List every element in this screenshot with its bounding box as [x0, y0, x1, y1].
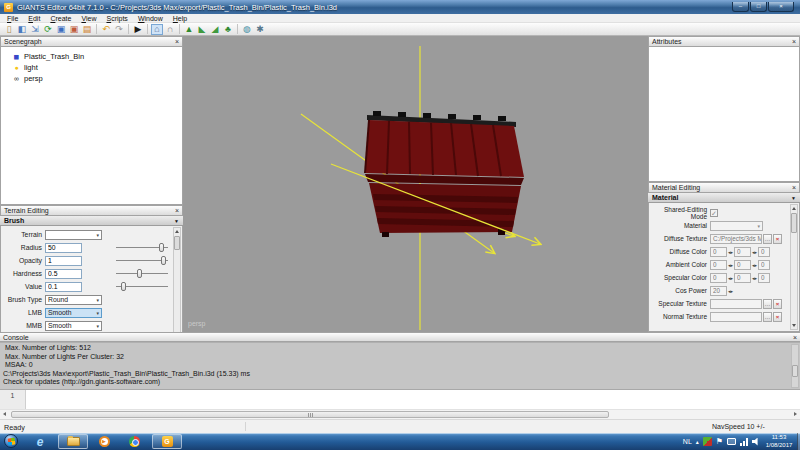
value-slider[interactable] — [116, 282, 168, 291]
scroll-left-icon[interactable] — [3, 412, 6, 416]
display-icon[interactable] — [727, 438, 736, 445]
material-section-title[interactable]: Material — [652, 194, 678, 201]
taskbar-media-player[interactable]: ▶ — [90, 434, 118, 449]
foliage-paint-icon[interactable]: ♣ — [222, 24, 234, 35]
close-icon[interactable]: × — [175, 207, 179, 214]
specular-b-input[interactable] — [758, 273, 770, 283]
remove-texture-button[interactable]: × — [773, 234, 782, 244]
terrain-scrollbar[interactable] — [173, 227, 181, 340]
redo-icon[interactable]: ↷ — [113, 24, 125, 35]
open-folder-icon[interactable]: ◧ — [16, 24, 28, 35]
menu-edit[interactable]: Edit — [23, 14, 45, 23]
tray-app-icon[interactable] — [703, 437, 712, 446]
horizontal-scrollbar[interactable] — [0, 409, 800, 419]
spinner-icon[interactable]: ◂▸ — [727, 288, 734, 294]
trash-bin-model[interactable] — [365, 111, 524, 237]
scroll-right-icon[interactable] — [794, 412, 797, 416]
hardness-slider[interactable] — [116, 269, 168, 278]
material-dropdown[interactable]: ▾ — [710, 221, 763, 231]
terrain-dropdown[interactable]: ▾ — [45, 230, 102, 240]
play-icon[interactable]: ▶ — [132, 24, 144, 35]
ambient-g-input[interactable] — [734, 260, 751, 270]
ambient-b-input[interactable] — [758, 260, 770, 270]
spinner-icon[interactable]: ◂▸ — [727, 249, 734, 255]
lmb-dropdown[interactable]: Smooth ▾ — [45, 308, 102, 318]
minimize-button[interactable]: – — [732, 2, 749, 12]
viewport-3d[interactable]: persp — [183, 36, 648, 332]
opacity-input[interactable] — [45, 256, 82, 266]
brush-section-title[interactable]: Brush — [4, 217, 24, 224]
script-editor-line[interactable]: 1 — [0, 389, 800, 409]
slider-thumb[interactable] — [159, 243, 164, 252]
cos-power-input[interactable] — [710, 286, 727, 296]
scrollbar-thumb[interactable] — [791, 213, 797, 233]
slider-thumb[interactable] — [161, 256, 166, 265]
settings-icon[interactable]: ✱ — [254, 24, 266, 35]
hardness-input[interactable] — [45, 269, 82, 279]
material-scrollbar[interactable] — [790, 204, 798, 330]
browse-button[interactable]: … — [763, 312, 772, 322]
scenegraph-node-plastic-trash-bin[interactable]: ◼ Plastic_Trash_Bin — [3, 51, 180, 62]
render-mode-icon[interactable]: ◍ — [241, 24, 253, 35]
specular-r-input[interactable] — [710, 273, 727, 283]
radius-input[interactable] — [45, 243, 82, 253]
close-icon[interactable]: × — [792, 38, 796, 45]
spinner-icon[interactable]: ◂▸ — [751, 249, 758, 255]
taskbar-giants-editor[interactable]: G — [152, 434, 182, 449]
save-as-icon[interactable]: ▣ — [68, 24, 80, 35]
specular-g-input[interactable] — [734, 273, 751, 283]
lock-icon[interactable]: ∩ — [164, 24, 176, 35]
undo-icon[interactable]: ↶ — [100, 24, 112, 35]
spinner-icon[interactable]: ◂▸ — [751, 275, 758, 281]
value-input[interactable] — [45, 282, 82, 292]
diffuse-r-input[interactable] — [710, 247, 727, 257]
spinner-icon[interactable]: ◂▸ — [727, 275, 734, 281]
brush-type-dropdown[interactable]: Round ▾ — [45, 295, 102, 305]
taskbar-internet-explorer[interactable]: e — [26, 434, 54, 449]
paste-icon[interactable]: ▤ — [81, 24, 93, 35]
diffuse-texture-field[interactable]: C:/Projects/3ds Ma — [710, 234, 762, 244]
collapse-icon[interactable]: ▼ — [791, 195, 796, 201]
speaker-icon[interactable] — [752, 438, 760, 446]
new-file-icon[interactable]: ▯ — [3, 24, 15, 35]
scroll-up-icon[interactable] — [175, 230, 179, 233]
normal-texture-field[interactable] — [710, 312, 762, 322]
close-icon[interactable]: × — [175, 38, 179, 45]
diffuse-b-input[interactable] — [758, 247, 770, 257]
menu-view[interactable]: View — [76, 14, 101, 23]
spinner-icon[interactable]: ◂▸ — [751, 262, 758, 268]
diffuse-g-input[interactable] — [734, 247, 751, 257]
taskbar-windows-explorer[interactable] — [58, 434, 88, 449]
close-icon[interactable]: × — [792, 184, 796, 191]
specular-texture-field[interactable] — [710, 299, 762, 309]
remove-texture-button[interactable]: × — [773, 299, 782, 309]
tray-expand-icon[interactable]: ▴ — [696, 438, 699, 445]
remove-texture-button[interactable]: × — [773, 312, 782, 322]
import-icon[interactable]: ⇲ — [29, 24, 41, 35]
ambient-r-input[interactable] — [710, 260, 727, 270]
collapse-icon[interactable]: ▼ — [174, 218, 179, 224]
network-signal-icon[interactable] — [740, 438, 748, 446]
taskbar-chrome[interactable] — [120, 434, 148, 449]
taskbar-clock[interactable]: 11:53 1/08/2017 — [762, 434, 796, 449]
menu-scripts[interactable]: Scripts — [101, 14, 132, 23]
scenegraph-node-persp[interactable]: ∞ persp — [3, 73, 180, 84]
close-icon[interactable]: × — [793, 334, 797, 341]
save-icon[interactable]: ▣ — [55, 24, 67, 35]
terrain-smooth-icon[interactable]: ◢ — [209, 24, 221, 35]
maximize-button[interactable]: □ — [750, 2, 767, 12]
menu-window[interactable]: Window — [133, 14, 168, 23]
reload-icon[interactable]: ⟳ — [42, 24, 54, 35]
menu-help[interactable]: Help — [168, 14, 192, 23]
shared-editing-checkbox[interactable]: ✓ — [710, 209, 718, 217]
terrain-raise-icon[interactable]: ▲ — [183, 24, 195, 35]
language-indicator[interactable]: NL — [683, 438, 692, 445]
action-center-flag-icon[interactable]: ⚑ — [716, 437, 723, 446]
slider-thumb[interactable] — [121, 282, 126, 291]
browse-button[interactable]: … — [763, 234, 772, 244]
menu-file[interactable]: File — [2, 14, 23, 23]
opacity-slider[interactable] — [116, 256, 168, 265]
slider-thumb[interactable] — [137, 269, 142, 278]
window-titlebar[interactable]: G GIANTS Editor 64bit 7.1.0 - C:/Project… — [0, 0, 800, 14]
scroll-down-icon[interactable] — [792, 324, 796, 327]
